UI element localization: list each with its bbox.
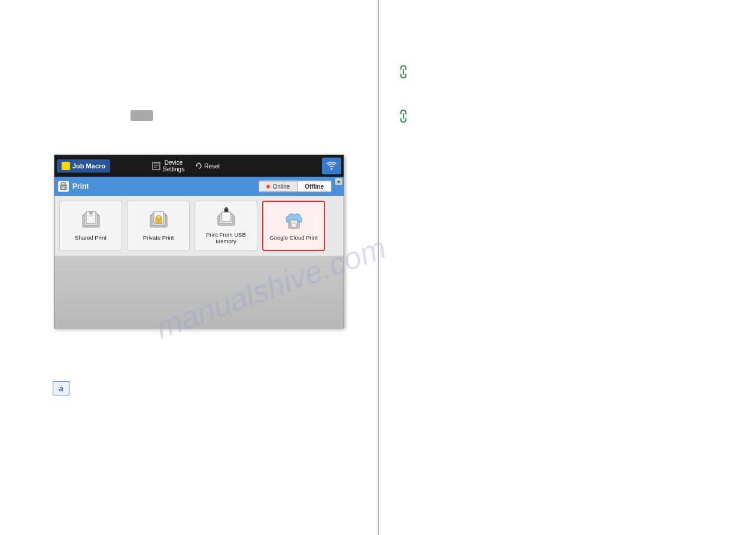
job-macro-icon	[62, 162, 70, 170]
private-print-option[interactable]: Private Print	[127, 201, 190, 251]
offline-tab[interactable]: Offline	[297, 181, 332, 192]
wifi-button[interactable]	[322, 158, 341, 174]
shared-print-option[interactable]: Shared Print	[59, 201, 122, 251]
printer-ui-screenshot: Job Macro DeviceSettings Reset	[54, 155, 344, 328]
print-icon	[58, 181, 69, 192]
svg-point-5	[331, 168, 333, 170]
svg-rect-8	[62, 187, 65, 189]
svg-rect-19	[225, 207, 227, 209]
printer-top-bar: Job Macro DeviceSettings Reset	[54, 155, 344, 177]
svg-point-12	[89, 211, 93, 214]
google-cloud-print-option[interactable]: Google Cloud Print	[262, 201, 325, 251]
device-settings-button[interactable]: DeviceSettings	[146, 157, 190, 175]
reset-button[interactable]: Reset	[190, 160, 224, 172]
cloud-print-icon	[283, 210, 305, 232]
device-settings-icon	[152, 162, 160, 170]
wifi-icon	[326, 161, 338, 171]
offline-label: Offline	[305, 183, 324, 190]
link-icon-1[interactable]	[394, 62, 415, 83]
svg-rect-22	[221, 212, 231, 222]
job-macro-label: Job Macro	[72, 162, 105, 170]
chain-link-icon-1	[394, 62, 412, 81]
device-settings-label: DeviceSettings	[163, 159, 184, 173]
svg-rect-7	[62, 183, 65, 185]
svg-point-17	[157, 220, 159, 222]
print-label: Print	[72, 182, 89, 191]
link-icon-2[interactable]	[394, 107, 415, 128]
gray-rectangle	[130, 110, 153, 121]
reset-label: Reset	[204, 163, 220, 170]
print-small-icon	[59, 182, 68, 191]
right-panel	[379, 0, 756, 535]
online-dot	[266, 185, 270, 188]
online-label: Online	[272, 183, 290, 190]
close-small-button[interactable]: ▼	[335, 178, 342, 185]
shared-print-label: Shared Print	[75, 234, 107, 241]
cloud-print-label: Google Cloud Print	[269, 234, 317, 241]
print-options-grid: Shared Print Private Print	[54, 196, 344, 256]
reset-icon	[195, 162, 202, 170]
online-tab[interactable]: Online	[259, 181, 297, 192]
bottom-left-icon[interactable]: a	[53, 381, 69, 395]
online-offline-tabs: Online Offline	[259, 181, 332, 192]
shared-print-icon	[80, 210, 102, 232]
chain-link-icon-2	[394, 107, 412, 125]
bottom-icon-label: a	[59, 384, 63, 393]
left-panel: Job Macro DeviceSettings Reset	[0, 0, 378, 535]
print-bar: Print Online Offline ▼	[54, 177, 344, 196]
private-print-icon	[148, 210, 169, 232]
private-print-label: Private Print	[143, 234, 174, 241]
print-from-usb-option[interactable]: Print From USB Memory	[195, 201, 257, 251]
usb-print-icon	[215, 207, 237, 229]
usb-print-label: Print From USB Memory	[198, 231, 254, 245]
svg-rect-25	[292, 223, 296, 227]
job-macro-button[interactable]: Job Macro	[57, 159, 110, 173]
printer-bottom-area	[54, 256, 344, 329]
